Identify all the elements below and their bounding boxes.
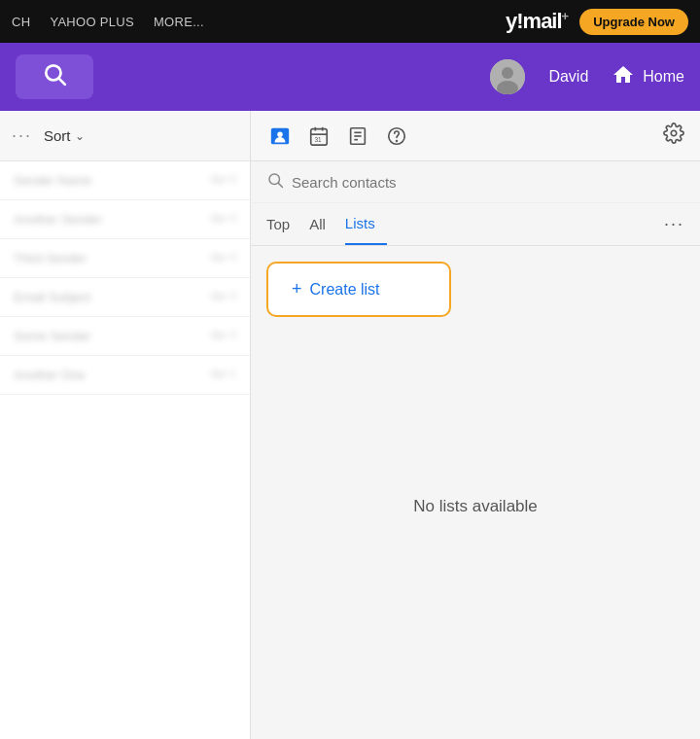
email-date: Apr 2 (211, 329, 236, 340)
search-contacts-input[interactable] (292, 174, 684, 191)
no-lists-text: No lists available (413, 497, 538, 516)
help-icon-button[interactable] (383, 123, 410, 150)
list-item[interactable]: Email Subject Apr 3 (0, 278, 250, 317)
search-contacts-icon (266, 171, 284, 193)
main-layout: ··· Sort ⌄ Sender Name Apr 5 Another Sen… (0, 111, 700, 739)
svg-line-1 (59, 79, 65, 85)
right-panel: 31 (251, 111, 700, 739)
list-item[interactable]: Another Sender Apr 4 (0, 200, 250, 239)
search-contacts-bar (251, 161, 700, 203)
brand-section: y!mail+ Upgrade Now (506, 9, 688, 35)
notes-icon-button[interactable] (344, 123, 371, 150)
email-sender: Another Sender (14, 212, 102, 227)
search-contacts-inner (266, 171, 684, 193)
avatar[interactable] (490, 59, 525, 94)
svg-point-6 (277, 131, 283, 137)
email-sender: Sender Name (14, 173, 91, 188)
svg-point-17 (397, 140, 398, 141)
nav-item-more[interactable]: MORE... (154, 15, 204, 29)
upgrade-button[interactable]: Upgrade Now (579, 9, 688, 35)
home-label: Home (643, 68, 684, 86)
dots-icon[interactable]: ··· (12, 125, 32, 146)
ymail-logo: y!mail+ (506, 9, 568, 34)
search-box[interactable] (16, 54, 93, 99)
email-sender: Third Sender (14, 251, 87, 265)
ymail-plus: + (562, 9, 569, 23)
sort-chevron-icon: ⌄ (75, 129, 85, 143)
calendar-icon-button[interactable]: 31 (305, 123, 332, 150)
tab-more-icon[interactable]: ··· (664, 214, 684, 234)
sidebar-toolbar: ··· Sort ⌄ (0, 111, 250, 161)
top-navigation: CH YAHOO PLUS MORE... y!mail+ Upgrade No… (0, 0, 700, 43)
svg-text:31: 31 (314, 136, 322, 143)
tab-all[interactable]: All (309, 203, 337, 245)
create-list-plus-icon: + (292, 279, 302, 299)
contacts-toolbar: 31 (251, 111, 700, 161)
list-item[interactable]: Third Sender Apr 4 (0, 239, 250, 278)
svg-line-20 (278, 183, 282, 187)
email-date: Apr 4 (211, 212, 236, 224)
svg-point-18 (671, 130, 677, 136)
no-lists-message: No lists available (251, 333, 700, 739)
list-item[interactable]: Some Sender Apr 2 (0, 317, 250, 356)
email-sender: Email Subject (14, 290, 90, 304)
nav-item-yahoo-plus[interactable]: YAHOO PLUS (50, 15, 134, 29)
search-icon (42, 61, 67, 92)
create-list-section: + Create list (251, 246, 700, 333)
contacts-icon-button[interactable] (266, 123, 294, 150)
tab-top[interactable]: Top (266, 203, 301, 245)
list-item[interactable]: Sender Name Apr 5 (0, 161, 250, 200)
email-date: Apr 3 (211, 290, 236, 301)
email-sender: Some Sender (14, 329, 91, 343)
email-list: Sender Name Apr 5 Another Sender Apr 4 T… (0, 161, 250, 739)
contacts-tabs: Top All Lists ··· (251, 203, 700, 246)
home-section[interactable]: Home (612, 63, 684, 91)
search-header-bar: David Home (0, 43, 700, 111)
sort-label: Sort (44, 127, 71, 144)
sort-button[interactable]: Sort ⌄ (44, 127, 85, 144)
home-icon (612, 63, 635, 91)
email-date: Apr 1 (211, 368, 236, 379)
tab-lists[interactable]: Lists (345, 203, 387, 245)
gear-icon-button[interactable] (663, 123, 684, 149)
create-list-label: Create list (310, 281, 380, 299)
left-sidebar: ··· Sort ⌄ Sender Name Apr 5 Another Sen… (0, 111, 251, 739)
email-date: Apr 5 (211, 173, 236, 185)
create-list-button[interactable]: + Create list (266, 262, 451, 317)
svg-point-3 (502, 67, 513, 79)
email-date: Apr 4 (211, 251, 236, 263)
list-item[interactable]: Another One Apr 1 (0, 356, 250, 395)
nav-item-ch[interactable]: CH (12, 15, 30, 29)
ymail-text: y!mail (506, 9, 562, 33)
email-sender: Another One (14, 368, 86, 382)
user-name-label: David (548, 68, 588, 86)
user-section: David Home (490, 59, 684, 94)
